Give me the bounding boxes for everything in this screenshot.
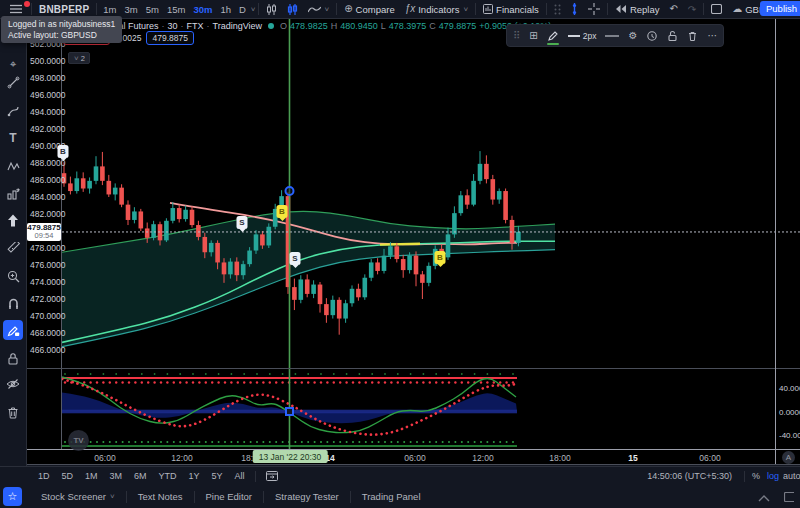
signal-label-b[interactable]: B: [58, 145, 69, 158]
tab-stock-screener[interactable]: Stock Screener˅: [30, 491, 126, 502]
tab-trading-panel[interactable]: Trading Panel: [351, 491, 432, 502]
remove-drawings-button[interactable]: [3, 402, 23, 422]
time-axis[interactable]: 06:0012:0018:001406:0012:0018:001506:00 …: [0, 449, 800, 465]
signal-label-s[interactable]: S: [237, 216, 248, 229]
interval-chevron-icon[interactable]: ˅: [251, 5, 256, 14]
lock-drawing-button[interactable]: [667, 30, 678, 42]
ohlc-low-label: L: [381, 21, 386, 31]
range-button-ytd[interactable]: YTD: [153, 471, 183, 481]
crosshair-tool-button[interactable]: [583, 3, 605, 15]
buy-price-button[interactable]: 479.8875: [146, 31, 193, 45]
log-scale-toggle[interactable]: log: [767, 471, 779, 481]
clock[interactable]: 14:50:06 (UTC+5:30): [647, 471, 732, 481]
pane-divider[interactable]: [26, 368, 800, 369]
interval-button-D[interactable]: D: [235, 4, 250, 15]
zoom-in-icon: [7, 270, 20, 283]
pattern-tool-button[interactable]: [3, 156, 23, 176]
range-button-1m[interactable]: 1M: [79, 471, 104, 481]
interval-button-15m[interactable]: 15m: [163, 4, 189, 15]
percent-scale-toggle[interactable]: %: [752, 471, 760, 481]
range-button-6m[interactable]: 6M: [128, 471, 153, 481]
favorite-drawings-button[interactable]: ☆: [3, 487, 22, 506]
legend-separator: ·: [207, 21, 210, 31]
chart-legend[interactable]: BNB Perpetual Futures · 30 · FTX · Tradi…: [66, 21, 551, 31]
replay-button[interactable]: Replay: [610, 4, 665, 15]
interval-button-30m[interactable]: 30m: [189, 4, 216, 15]
indicators-button[interactable]: ƒx Indicators ˅: [400, 4, 473, 15]
collapse-panel-button[interactable]: [758, 488, 770, 506]
financials-button[interactable]: Financials: [478, 4, 544, 15]
tab-pine-editor[interactable]: Pine Editor: [195, 491, 263, 502]
hot-list-button[interactable]: [566, 3, 583, 15]
trend-line-tool-button[interactable]: [3, 72, 23, 92]
add-alert-button[interactable]: [646, 30, 658, 42]
layout-select-button[interactable]: [706, 4, 727, 14]
indicators-label: Indicators: [418, 4, 459, 15]
range-button-1d[interactable]: 1D: [32, 471, 56, 481]
signal-label-s[interactable]: S: [290, 252, 301, 265]
ruler-icon: [7, 242, 20, 255]
alert-clock-icon: [646, 30, 658, 42]
tab-text-notes[interactable]: Text Notes: [127, 491, 194, 502]
time-tick-label: 06:00: [94, 453, 115, 463]
interval-button-5m[interactable]: 5m: [142, 4, 163, 15]
line-width-button[interactable]: 2px: [568, 31, 597, 41]
maximize-panel-button[interactable]: [784, 488, 794, 506]
interval-button-3m[interactable]: 3m: [121, 4, 142, 15]
symbol-button[interactable]: BNBPERP: [34, 4, 94, 15]
arrow-marker-tool-button[interactable]: [3, 210, 23, 230]
brush-tool-button[interactable]: [3, 100, 23, 120]
tab-strategy-tester[interactable]: Strategy Tester: [264, 491, 350, 502]
ohlc-low-value: 478.3975: [389, 21, 427, 31]
collapsed-indicators-chip[interactable]: ˅ 2: [68, 52, 90, 64]
line-color-button[interactable]: [547, 30, 559, 42]
range-button-1y[interactable]: 1Y: [183, 471, 206, 481]
chart-background[interactable]: [26, 18, 800, 449]
chart-style-bars-button[interactable]: [261, 4, 282, 15]
line-style-button[interactable]: [605, 34, 619, 38]
redo-button[interactable]: ↷: [683, 4, 701, 15]
ohlc-high-value: 480.9450: [340, 21, 378, 31]
interval-button-1h[interactable]: 1h: [216, 4, 235, 15]
lock-all-drawings-button[interactable]: [3, 348, 23, 368]
magnet-tool-button[interactable]: [3, 294, 23, 314]
range-button-5d[interactable]: 5D: [56, 471, 80, 481]
publish-button[interactable]: Publish: [760, 1, 800, 16]
auto-scale-toggle[interactable]: auto: [783, 471, 800, 481]
range-button-5y[interactable]: 5Y: [206, 471, 229, 481]
signal-label-b[interactable]: B: [435, 251, 446, 264]
delete-drawing-button[interactable]: [687, 30, 698, 42]
eye-slash-icon: [6, 378, 20, 390]
main-menu-button[interactable]: [5, 4, 27, 14]
range-button-all[interactable]: All: [229, 471, 251, 481]
settings-button[interactable]: ⚙: [628, 30, 637, 41]
zoom-tool-button[interactable]: [3, 266, 23, 286]
interval-button-1m[interactable]: 1m: [99, 4, 120, 15]
indicator-tick-label: 40.0000: [779, 384, 800, 393]
hamburger-icon: [10, 4, 22, 14]
line-style-dropdown[interactable]: ˅: [303, 5, 335, 14]
forecast-tool-button[interactable]: [3, 184, 23, 204]
trend-line-icon: [7, 76, 20, 89]
compare-button[interactable]: ⊕ Compare: [339, 4, 399, 15]
chart-style-active-button[interactable]: [282, 4, 303, 15]
ohlc-close-label: C: [429, 21, 436, 31]
measure-tool-button[interactable]: [3, 238, 23, 258]
range-button-3m[interactable]: 3M: [104, 471, 129, 481]
more-options-button[interactable]: ⋯: [707, 30, 717, 41]
forecast-icon: [7, 188, 20, 200]
text-tool-button[interactable]: T: [3, 128, 23, 148]
drag-handle-icon[interactable]: ⠿: [513, 30, 520, 41]
go-to-date-button[interactable]: [260, 470, 284, 483]
stay-in-drawing-mode-button[interactable]: [3, 320, 23, 340]
financials-label: Financials: [496, 4, 539, 15]
ohlc-close-value: 479.8875: [439, 21, 477, 31]
undo-button[interactable]: ↶: [664, 4, 682, 14]
chevron-down-icon: ˅: [74, 54, 79, 63]
price-tick-label: 466.0000: [30, 345, 65, 355]
hide-drawings-button[interactable]: [3, 374, 23, 394]
cursor-tool-button[interactable]: ⌖: [3, 54, 23, 74]
signal-label-b[interactable]: B: [277, 205, 288, 218]
auto-scale-badge[interactable]: A: [782, 451, 795, 464]
template-grid-icon[interactable]: ⊞: [529, 30, 537, 41]
